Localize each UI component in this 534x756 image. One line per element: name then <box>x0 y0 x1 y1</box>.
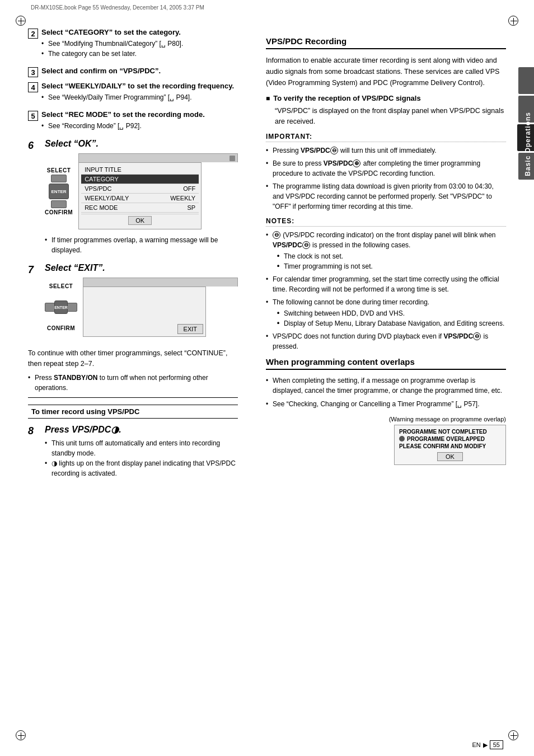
step-8-content: Press VPS/PDC◑. This unit turns off auto… <box>45 424 238 482</box>
enter-center: ENTER <box>54 300 68 314</box>
screen-label-vps: VPS/PDC <box>85 185 111 192</box>
screen-row-category: CATEGORY <box>81 175 199 184</box>
step-6-content: Select “OK”. SELECT ENTER CONFIRM <box>45 139 238 259</box>
close-btn-icon <box>229 156 235 161</box>
step-6-diagram: SELECT ENTER CONFIRM <box>45 153 238 229</box>
step-6-screen: INPUT TITLE CATEGORY VPS/PDC OFF <box>78 162 202 229</box>
main-content: 2 Select “CATEGORY” to set the category.… <box>28 28 506 728</box>
step-2-num: 2 <box>28 29 38 39</box>
step-6-remote: SELECT ENTER CONFIRM <box>45 167 73 215</box>
vps-icon-3: ⊖ <box>273 231 280 239</box>
step-7-title: Select “EXIT”. <box>45 263 238 273</box>
step-7-screen: EXIT <box>83 287 206 337</box>
step-4-title: Select “WEEKLY/DAILY” to set the recordi… <box>41 82 238 90</box>
notes-dots <box>266 226 506 227</box>
step-7-screen-wrapper: EXIT <box>83 278 238 337</box>
divider-1 <box>28 397 238 398</box>
step-6-note-text: If timer programmes overlap, a warning m… <box>45 235 238 255</box>
page-number: 55 <box>490 740 503 749</box>
step-8-num: 8 <box>28 425 41 437</box>
step-7: 7 Select “EXIT”. SELECT ENTER CONFIRM <box>28 263 238 342</box>
overlap-bullet-1: When completing the setting, if a messag… <box>266 375 506 396</box>
vps-icon-5: ⊖ <box>473 332 481 340</box>
file-info: DR-MX10SE.book Page 55 Wednesday, Decemb… <box>31 4 204 11</box>
step-6-screen-wrapper: INPUT TITLE CATEGORY VPS/PDC OFF <box>78 153 238 229</box>
right-column: VPS/PDC Recording Information to enable … <box>257 28 506 728</box>
step-5-num: 5 <box>28 111 38 121</box>
standby-note: Press STANDBY/ON to turn off when not pe… <box>28 373 238 393</box>
notes-sub-3: • Switching between HDD, DVD and VHS. <box>277 308 506 318</box>
step-3-num: 3 <box>28 67 38 77</box>
screen-label-weekly: WEEKLY/DAILY <box>85 195 129 201</box>
verify-heading: To verify the reception of VPS/PDC signa… <box>273 94 420 102</box>
tab-1 <box>518 67 534 94</box>
step-2-bullets: See “Modifying Thumbnail/Category” [␣ P8… <box>41 39 238 59</box>
corner-bottom-right <box>508 730 518 740</box>
step-4-bullets: See “Weekly/Daily Timer Programming” [␣ … <box>41 92 238 102</box>
warning-line-2: PROGRAMME OVERLAPPED <box>399 436 501 442</box>
corner-top-left <box>16 16 26 26</box>
warning-line-3: PLEASE CONFIRM AND MODIFY <box>399 443 501 449</box>
vps-section-heading: VPS/PDC Recording <box>266 36 506 49</box>
notes-header: NOTES: <box>266 217 506 225</box>
step-6-select-label: SELECT <box>47 167 71 173</box>
screen-label-input: INPUT TITLE <box>85 166 121 173</box>
vps-intro: Information to enable accurate timer rec… <box>266 55 506 88</box>
vps-icon-4: ⊖ <box>302 241 310 249</box>
important-header: IMPORTANT: <box>266 133 506 140</box>
step-7-select-label: SELECT <box>49 283 73 289</box>
remote-btn-up <box>51 175 67 182</box>
step-2: 2 Select “CATEGORY” to set the category.… <box>28 28 238 62</box>
step-3: 3 Select and confirm on “VPS/PDC”. <box>28 67 238 77</box>
screen-row-recmode: REC MODE SP <box>81 203 199 213</box>
step-7-remote: SELECT ENTER CONFIRM <box>45 283 77 331</box>
step-6-num: 6 <box>28 140 41 152</box>
step-8-bullet-2: ◑ lights up on the front display panel i… <box>45 458 238 478</box>
screen-row-vps: VPS/PDC OFF <box>81 184 199 194</box>
step-7-content: Select “EXIT”. SELECT ENTER CONFIRM <box>45 263 238 342</box>
remote-mid-row: ENTER <box>49 184 69 199</box>
warning-ok-btn: OK <box>437 452 463 461</box>
step-5-bullets: See “Recording Mode” [␣ P92]. <box>41 121 238 131</box>
page-number-area: EN ▶ 55 <box>472 740 503 749</box>
screen-7-header <box>83 278 238 287</box>
screen-header <box>78 153 238 162</box>
overlap-bullets: When completing the setting, if a messag… <box>266 375 506 409</box>
notes-sub-4: • Display of Setup Menu, Library Databas… <box>277 318 506 328</box>
notes-bullet-2: For calendar timer programming, set the … <box>266 274 506 294</box>
warning-line-1: PROGRAMME NOT COMPLETED <box>399 429 501 435</box>
vps-icon-2: ⊕ <box>353 159 360 167</box>
step-8-bullet-1: This unit turns off automatically and en… <box>45 438 238 458</box>
step-7-diagram: SELECT ENTER CONFIRM EXIT <box>45 278 238 337</box>
step-6-confirm-label: CONFIRM <box>45 209 73 215</box>
corner-top-right <box>508 16 518 26</box>
overlap-bullet-2: See “Checking, Changing or Cancelling a … <box>266 399 506 409</box>
step-4-content: Select “WEEKLY/DAILY” to set the recordi… <box>41 82 238 106</box>
warning-screen: PROGRAMME NOT COMPLETED PROGRAMME OVERLA… <box>394 425 506 465</box>
screen-ok-btn: OK <box>128 216 152 225</box>
page-label: EN <box>472 741 480 748</box>
verify-text: “VPS/PDC” is displayed on the front disp… <box>275 106 506 127</box>
step-6: 6 Select “OK”. SELECT ENTER C <box>28 139 238 259</box>
step-4-num: 4 <box>28 82 38 92</box>
corner-bottom-left <box>16 730 26 740</box>
screen-val-recmode: SP <box>187 204 195 211</box>
step-2-bullet-1: See “Modifying Thumbnail/Category” [␣ P8… <box>41 39 238 49</box>
step-2-title: Select “CATEGORY” to set the category. <box>41 28 238 36</box>
warning-caption: (Warning message on programme overlap) <box>389 416 506 422</box>
screen-row-input-title: INPUT TITLE <box>81 165 199 175</box>
square-bullet: ■ <box>266 95 270 102</box>
screen-label-recmode: REC MODE <box>85 204 118 211</box>
screen-label-category: CATEGORY <box>85 176 119 182</box>
step-3-content: Select and confirm on “VPS/PDC”. <box>41 67 238 77</box>
screen-ok-row: OK <box>81 214 199 227</box>
sidebar-label: Basic Operations <box>524 112 532 176</box>
notes-bullet-1: ⊖ (VPS/PDC recording indicator) on the f… <box>266 230 506 271</box>
overlap-heading: When programming content overlaps <box>266 357 506 370</box>
step-6-title: Select “OK”. <box>45 139 238 149</box>
notes-bullet-3: The following cannot be done during time… <box>266 297 506 328</box>
notes-sub-2: • Timer programming is not set. <box>277 261 506 271</box>
step-5-bullet-1: See “Recording Mode” [␣ P92]. <box>41 121 238 131</box>
notes-bullets: ⊖ (VPS/PDC recording indicator) on the f… <box>266 230 506 351</box>
important-bullet-1: Pressing VPS/PDC⊖ will turn this unit of… <box>266 145 506 156</box>
